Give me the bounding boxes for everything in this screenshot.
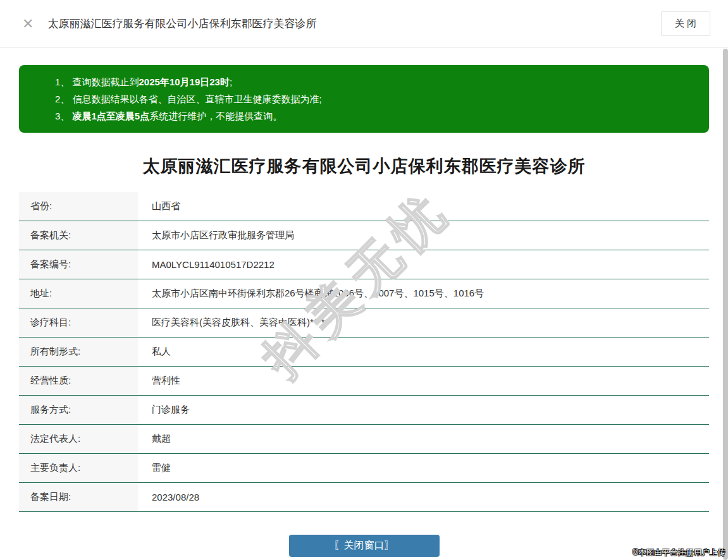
row-label: 省份:	[19, 192, 138, 221]
notice-line-2: 2、 信息数据结果以各省、自治区、直辖市卫生健康委数据为准;	[55, 90, 696, 107]
info-table: 省份:山西省备案机关:太原市小店区行政审批服务管理局备案编号:MA0LYCL91…	[19, 192, 709, 512]
table-row: 法定代表人:戴超	[19, 425, 709, 454]
row-value: 山西省	[138, 192, 180, 221]
table-row: 备案日期:2023/08/28	[19, 483, 709, 512]
row-value: 医疗美容科(美容皮肤科、美容中医科)******	[138, 308, 332, 337]
copyright-watermark: ©本图由平台注册用户上传	[632, 547, 725, 558]
row-value: 2023/08/28	[138, 483, 199, 511]
table-row: 地址:太原市小店区南中环街保利东郡26号楼商铺1006号、1007号、1015号…	[19, 279, 709, 308]
row-label: 法定代表人:	[19, 425, 138, 453]
table-row: 备案编号:MA0LYCL9114010517D2212	[19, 250, 709, 279]
notice-banner: 1、 查询数据截止到2025年10月19日23时; 2、 信息数据结果以各省、自…	[19, 65, 709, 133]
row-label: 地址:	[19, 279, 138, 308]
row-label: 备案日期:	[19, 483, 138, 511]
table-row: 所有制形式:私人	[19, 338, 709, 367]
row-value: 戴超	[138, 425, 171, 453]
table-row: 诊疗科目:医疗美容科(美容皮肤科、美容中医科)******	[19, 308, 709, 338]
row-value: 太原市小店区南中环街保利东郡26号楼商铺1006号、1007号、1015号、10…	[138, 279, 484, 308]
window-header: ✕ 太原丽滋汇医疗服务有限公司小店保利东郡医疗美容诊所 关 闭	[0, 0, 728, 48]
row-label: 诊疗科目:	[19, 308, 138, 337]
close-x-icon[interactable]: ✕	[22, 17, 34, 31]
row-label: 所有制形式:	[19, 338, 138, 366]
row-label: 备案机关:	[19, 221, 138, 250]
table-row: 主要负责人:雷健	[19, 454, 709, 483]
row-value: 门诊服务	[138, 396, 190, 424]
close-button[interactable]: 关 闭	[661, 11, 710, 36]
row-value: 雷健	[138, 454, 171, 482]
row-value: 太原市小店区行政审批服务管理局	[138, 221, 294, 250]
row-value: 营利性	[138, 367, 180, 395]
table-row: 备案机关:太原市小店区行政审批服务管理局	[19, 221, 709, 250]
table-row: 服务方式:门诊服务	[19, 396, 709, 425]
close-window-button[interactable]: 〖关闭窗口〗	[289, 535, 440, 557]
vertical-scrollbar[interactable]	[723, 49, 728, 560]
page-title: 太原丽滋汇医疗服务有限公司小店保利东郡医疗美容诊所	[0, 155, 728, 178]
row-label: 经营性质:	[19, 367, 138, 395]
notice-line-1: 1、 查询数据截止到2025年10月19日23时;	[55, 73, 696, 90]
row-label: 服务方式:	[19, 396, 138, 424]
table-row: 经营性质:营利性	[19, 367, 709, 396]
table-row: 省份:山西省	[19, 192, 709, 221]
notice-line-3: 3、 凌晨1点至凌晨5点系统进行维护，不能提供查询。	[55, 107, 696, 125]
row-label: 备案编号:	[19, 250, 138, 279]
row-label: 主要负责人:	[19, 454, 138, 482]
row-value: 私人	[138, 338, 171, 366]
row-value: MA0LYCL9114010517D2212	[138, 250, 275, 279]
window-title: 太原丽滋汇医疗服务有限公司小店保利东郡医疗美容诊所	[47, 16, 316, 31]
